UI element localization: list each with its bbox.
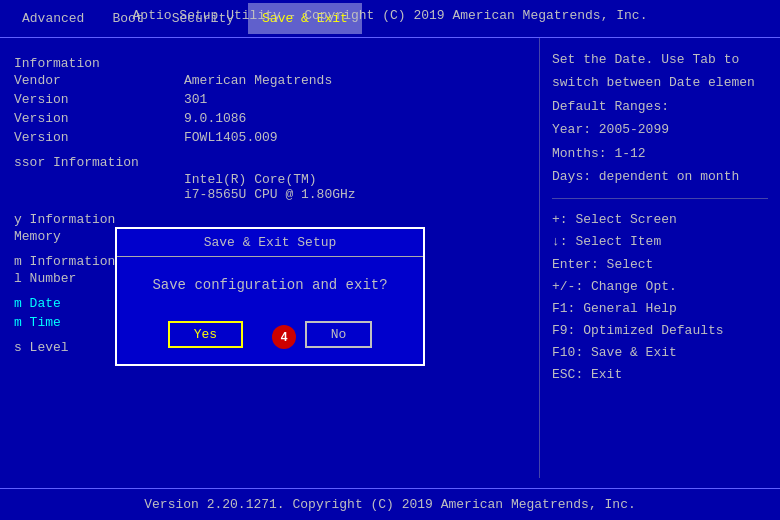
dialog-no-button[interactable]: No [305, 321, 373, 348]
dialog-message: Save configuration and exit? [117, 257, 423, 313]
app-title: Aptio Setup Utility - Copyright (C) 2019… [133, 8, 648, 23]
key2: ↓: Select Item [552, 231, 768, 253]
help-line3: Default Ranges: [552, 95, 768, 118]
help-line1: Set the Date. Use Tab to [552, 48, 768, 71]
help-line5: Months: 1-12 [552, 142, 768, 165]
help-line6: Days: dependent on month [552, 165, 768, 188]
save-exit-dialog: Save & Exit Setup Save configuration and… [115, 227, 425, 366]
dialog-title: Save & Exit Setup [117, 229, 423, 257]
help-line4: Year: 2005-2099 [552, 118, 768, 141]
right-panel: Set the Date. Use Tab to switch between … [540, 38, 780, 478]
key5: F1: General Help [552, 298, 768, 320]
help-line2: switch between Date elemen [552, 71, 768, 94]
menu-advanced[interactable]: Advanced [8, 3, 98, 34]
step-badge-4: 4 [272, 325, 296, 349]
key7: F10: Save & Exit [552, 342, 768, 364]
dialog-overlay: Save & Exit Setup Save configuration and… [0, 76, 540, 516]
key4: +/-: Change Opt. [552, 276, 768, 298]
top-menu-bar: Aptio Setup Utility - Copyright (C) 2019… [0, 0, 780, 38]
key6: F9: Optimized Defaults [552, 320, 768, 342]
key8: ESC: Exit [552, 364, 768, 386]
dialog-yes-button[interactable]: Yes [168, 321, 243, 348]
left-panel: Information Vendor American Megatrends V… [0, 38, 540, 478]
dialog-buttons: Yes No [117, 313, 423, 364]
key1: +: Select Screen [552, 209, 768, 231]
bios-info-title: Information [14, 56, 525, 71]
key3: Enter: Select [552, 254, 768, 276]
main-content: Information Vendor American Megatrends V… [0, 38, 780, 478]
